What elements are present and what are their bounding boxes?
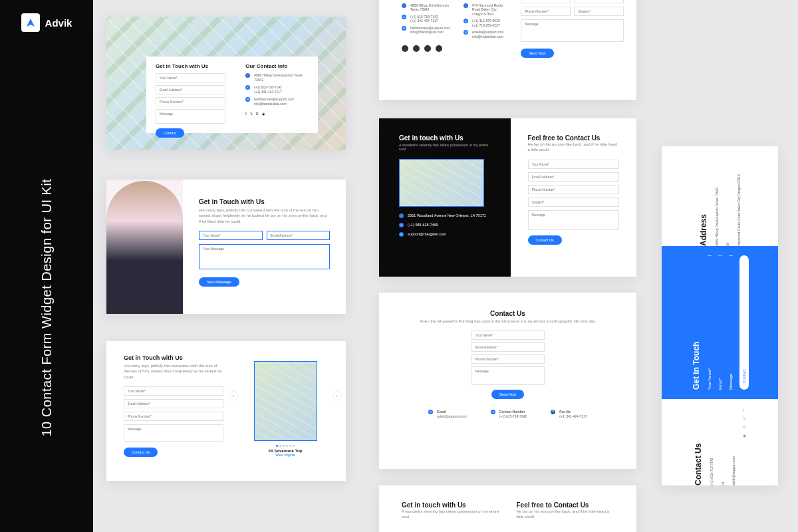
next-arrow-icon[interactable]: › xyxy=(332,391,342,400)
branch2-title: New York Branch: xyxy=(464,0,503,1)
email-input[interactable]: Email* xyxy=(718,255,722,390)
heading: Get in touch with Us xyxy=(402,501,499,509)
widget-contact-map: Get in Touch with Us Contact Our Contact… xyxy=(106,17,346,150)
heading: Contact Us xyxy=(490,310,525,317)
pin-icon: 📍 xyxy=(464,3,468,8)
name-input[interactable] xyxy=(199,231,263,240)
instagram-icon[interactable]: ◉ xyxy=(262,112,265,116)
phone-input[interactable] xyxy=(528,185,620,194)
phone-input[interactable] xyxy=(156,97,225,106)
phone-input[interactable] xyxy=(471,354,545,364)
phone-icon: ✆ xyxy=(464,19,468,23)
map-slide xyxy=(254,361,317,441)
name-input[interactable] xyxy=(471,331,545,340)
contact-us-button[interactable]: Contact Us xyxy=(124,448,158,457)
brand-name: Advik xyxy=(45,17,72,29)
email-input[interactable] xyxy=(528,172,620,182)
mail-icon: ✉ xyxy=(428,410,433,414)
email-input[interactable] xyxy=(574,0,624,3)
widget-contact-person: Get in Touch with Us His many legs, piti… xyxy=(106,180,346,314)
twitter-icon[interactable] xyxy=(413,45,420,52)
twitter-icon[interactable]: 𝕏 xyxy=(743,416,746,421)
heading2: Feel free to Contact Us xyxy=(528,134,620,142)
mail-icon: ✉ xyxy=(399,232,404,237)
slide-dots[interactable] xyxy=(276,445,295,447)
message-input[interactable]: Message xyxy=(729,255,733,390)
prev-arrow-icon[interactable]: ‹ xyxy=(229,391,238,400)
message-input[interactable] xyxy=(521,19,624,42)
email-input[interactable] xyxy=(471,342,545,352)
message-input[interactable] xyxy=(156,109,225,124)
address-heading: Address xyxy=(699,157,708,246)
mail-icon: ✉ xyxy=(464,30,468,35)
mail-icon: ✉ xyxy=(402,26,406,31)
phone-input[interactable] xyxy=(124,412,223,421)
email-input[interactable] xyxy=(124,399,223,408)
email-input[interactable] xyxy=(267,231,331,240)
name-input[interactable] xyxy=(521,0,571,3)
subheading: His many legs, pitifully thin compared w… xyxy=(199,207,330,224)
pin-icon: 📍 xyxy=(245,73,250,78)
fax-icon: 📠 xyxy=(551,410,555,414)
facebook-icon[interactable]: f xyxy=(245,112,246,116)
subheading: His many legs, pitifully thin compared w… xyxy=(124,363,223,380)
facebook-icon[interactable]: f xyxy=(743,408,746,412)
send-now-button[interactable]: Send Now xyxy=(521,49,553,58)
subject-input[interactable] xyxy=(574,7,624,16)
widget-contact-slider: Get in Touch with Us His many legs, piti… xyxy=(106,341,346,481)
heading: Get in Touch with Us xyxy=(156,63,225,69)
google-icon[interactable]: G xyxy=(256,112,259,116)
mail-icon: ✉ xyxy=(245,97,250,102)
address-text: 4889 Hilltop DriveGuymon Texas 73942 xyxy=(254,73,309,82)
branch1-title: Texas Branch: xyxy=(402,0,450,1)
contact-button[interactable]: Contact xyxy=(739,255,749,390)
twitter-icon[interactable]: 𝕏 xyxy=(250,112,253,116)
phone-icon: ✆ xyxy=(402,15,406,19)
name-input[interactable] xyxy=(124,386,223,396)
send-now-button[interactable]: Send Now xyxy=(491,390,524,399)
google-icon[interactable]: G xyxy=(743,425,746,429)
pin-icon: 📍 xyxy=(399,213,404,218)
instagram-icon[interactable]: ◉ xyxy=(743,433,746,438)
name-input[interactable]: Your Name* xyxy=(708,255,712,390)
phone-icon: ✆ xyxy=(399,223,404,227)
contact-button[interactable]: Contact xyxy=(156,128,184,138)
sidebar: Advik 10 Contact Form Widget Design for … xyxy=(0,0,93,532)
widget-contact-peek: Get in touch with Us A wonderful serenit… xyxy=(379,485,636,532)
name-input[interactable] xyxy=(156,73,225,82)
info-heading: Our Contact Info xyxy=(245,63,309,69)
message-input[interactable] xyxy=(199,244,330,269)
google-icon[interactable] xyxy=(424,45,431,52)
widget-contact-branches: Get in touch with Us A wonderful serenit… xyxy=(379,0,636,100)
contact-us-heading: Contact Us xyxy=(694,408,703,485)
instagram-icon[interactable] xyxy=(436,45,442,52)
send-message-button[interactable]: Send Message xyxy=(199,277,239,287)
widget-contact-dark: Get in touch with Us A wonderful serenit… xyxy=(379,118,636,277)
pin-icon: 📍 xyxy=(402,3,406,8)
heading: Get in touch with Us xyxy=(399,134,491,142)
facebook-icon[interactable] xyxy=(402,45,408,52)
email-input[interactable] xyxy=(156,85,225,94)
message-input[interactable] xyxy=(124,424,223,442)
canvas: Get in Touch with Us Contact Our Contact… xyxy=(93,0,798,532)
widget-contact-centered: Contact Us Even the all-powerful Pointin… xyxy=(379,293,636,469)
brand-logo: Advik xyxy=(21,13,72,32)
phone-icon: ✆ xyxy=(491,410,495,414)
contact-us-button[interactable]: Contact Us xyxy=(528,235,562,245)
logo-mark-icon xyxy=(21,13,40,32)
message-input[interactable] xyxy=(471,366,545,385)
widget-contact-vertical: Address 4889 Hilltop DriveGuymon Texas 7… xyxy=(662,146,778,485)
name-input[interactable] xyxy=(528,160,620,169)
heading: Get in Touch with Us xyxy=(199,198,330,205)
phone-icon: ✆ xyxy=(245,85,250,90)
person-image xyxy=(106,181,183,314)
phone-input[interactable] xyxy=(521,7,571,16)
heading2: Feel free to Contact Us xyxy=(517,501,614,509)
trip-location: West Virginia xyxy=(275,453,295,457)
heading: Get in Touch with Us xyxy=(124,354,223,361)
message-input[interactable] xyxy=(528,210,620,230)
dark-map xyxy=(399,159,484,207)
touch-heading: Get in Touch xyxy=(692,255,701,390)
subject-input[interactable] xyxy=(528,198,620,207)
page-title: 10 Contact Form Widget Design for UI Kit xyxy=(39,151,55,437)
